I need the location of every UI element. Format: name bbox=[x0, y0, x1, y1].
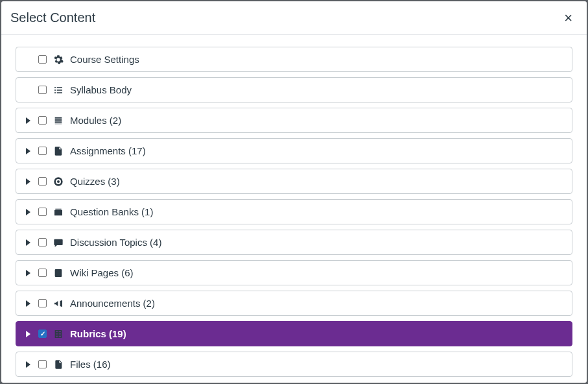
content-item-files[interactable]: Files (16) bbox=[16, 352, 572, 377]
expand-toggle[interactable] bbox=[24, 209, 32, 215]
content-item-assignments[interactable]: Assignments (17) bbox=[16, 138, 572, 163]
expand-icon bbox=[26, 331, 30, 337]
checkbox[interactable] bbox=[38, 299, 47, 307]
expand-icon bbox=[26, 209, 30, 215]
expand-icon bbox=[26, 239, 30, 246]
close-button[interactable]: × bbox=[564, 11, 572, 25]
content-item-announcements[interactable]: Announcements (2) bbox=[16, 291, 572, 316]
checkbox[interactable] bbox=[38, 238, 47, 246]
checkbox[interactable] bbox=[38, 55, 47, 64]
modules-icon bbox=[53, 115, 64, 126]
checkbox[interactable] bbox=[38, 360, 47, 368]
item-label: Assignments (17) bbox=[70, 145, 564, 156]
content-item-rubrics[interactable]: Rubrics (19) bbox=[16, 321, 572, 346]
expand-icon bbox=[26, 270, 30, 276]
expand-toggle[interactable] bbox=[24, 148, 32, 154]
item-label: Course Settings bbox=[70, 54, 564, 65]
item-label: Modules (2) bbox=[70, 115, 564, 126]
item-label: Quizzes (3) bbox=[70, 176, 564, 187]
content-item-discussion[interactable]: Discussion Topics (4) bbox=[16, 230, 572, 255]
content-item-question-banks[interactable]: Question Banks (1) bbox=[16, 199, 572, 224]
checkbox[interactable] bbox=[38, 177, 47, 186]
checkbox[interactable] bbox=[38, 116, 47, 125]
content-item-modules[interactable]: Modules (2) bbox=[16, 108, 572, 133]
question-banks-icon bbox=[53, 207, 64, 217]
checkbox[interactable] bbox=[38, 208, 47, 216]
expand-toggle[interactable] bbox=[24, 270, 32, 276]
gear-icon bbox=[53, 54, 64, 65]
expand-icon bbox=[26, 361, 30, 368]
assignments-icon bbox=[53, 146, 64, 156]
checkbox[interactable] bbox=[38, 147, 47, 155]
expand-icon bbox=[26, 300, 30, 307]
expand-toggle[interactable] bbox=[24, 361, 32, 368]
checkbox[interactable] bbox=[38, 269, 47, 277]
item-label: Files (16) bbox=[70, 359, 564, 370]
expand-toggle[interactable] bbox=[24, 331, 32, 337]
item-label: Question Banks (1) bbox=[70, 206, 564, 217]
expand-toggle[interactable] bbox=[24, 239, 32, 246]
modal-title: Select Content bbox=[10, 10, 95, 25]
item-label: Syllabus Body bbox=[70, 84, 564, 95]
wiki-icon bbox=[53, 268, 64, 278]
content-item-gear[interactable]: Course Settings bbox=[16, 47, 572, 72]
item-label: Wiki Pages (6) bbox=[70, 267, 564, 278]
expand-icon bbox=[26, 117, 30, 124]
expand-icon bbox=[26, 178, 30, 185]
checkbox[interactable] bbox=[38, 330, 47, 338]
item-label: Announcements (2) bbox=[70, 298, 564, 309]
quizzes-icon bbox=[53, 176, 64, 187]
item-label: Discussion Topics (4) bbox=[70, 237, 564, 248]
discussion-icon bbox=[53, 237, 64, 248]
files-icon bbox=[53, 359, 64, 370]
expand-toggle[interactable] bbox=[24, 178, 32, 185]
announcements-icon bbox=[53, 298, 64, 309]
rubrics-icon bbox=[53, 329, 64, 339]
modal-header: Select Content × bbox=[1, 1, 587, 35]
content-item-quizzes[interactable]: Quizzes (3) bbox=[16, 169, 572, 194]
expand-toggle[interactable] bbox=[24, 117, 32, 124]
content-item-syllabus[interactable]: Syllabus Body bbox=[16, 77, 572, 102]
content-item-wiki[interactable]: Wiki Pages (6) bbox=[16, 260, 572, 285]
select-content-modal: Select Content × Course SettingsSyllabus… bbox=[1, 1, 587, 383]
modal-body: Course SettingsSyllabus BodyModules (2)A… bbox=[1, 35, 587, 383]
expand-icon bbox=[26, 148, 30, 154]
syllabus-icon bbox=[53, 85, 64, 95]
expand-toggle[interactable] bbox=[24, 300, 32, 307]
item-label: Rubrics (19) bbox=[70, 328, 564, 339]
checkbox[interactable] bbox=[38, 86, 47, 94]
